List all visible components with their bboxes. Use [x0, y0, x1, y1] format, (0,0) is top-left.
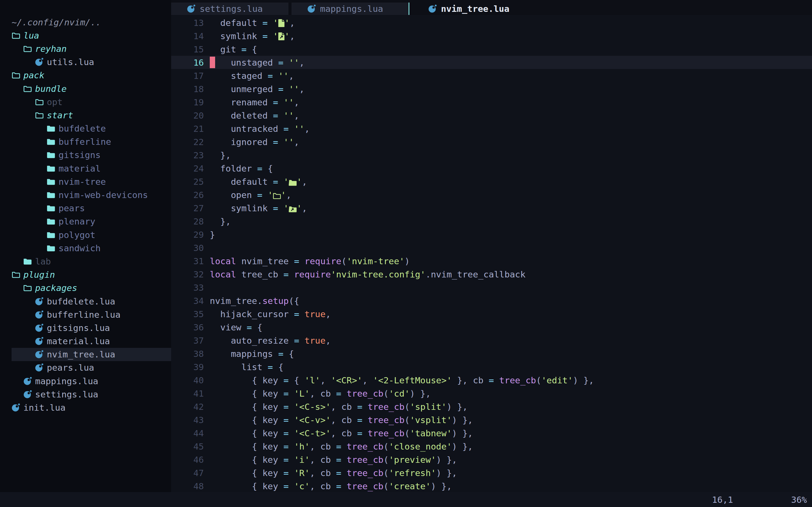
tree-item-material[interactable]: material: [0, 162, 171, 175]
tab-label: mappings.lua: [320, 4, 383, 14]
code-line[interactable]: 15 git = {: [171, 43, 812, 56]
gutter-line-number: 45: [171, 441, 204, 452]
code-line[interactable]: 45 { key = 'h', cb = tree_cb('close_node…: [171, 440, 812, 453]
tree-item-polygot[interactable]: polygot: [0, 228, 171, 241]
tree-item-packages[interactable]: packages: [0, 281, 171, 295]
tree-item-pears.lua[interactable]: pears.lua: [0, 361, 171, 374]
tree-item-label: reyhan: [35, 44, 67, 54]
tree-item-plenary[interactable]: plenary: [0, 215, 171, 228]
code-line[interactable]: 13 default = '',: [171, 16, 812, 29]
tree-root-path[interactable]: ~/.config/nvim/..: [0, 15, 171, 29]
code-line[interactable]: 21 untracked = '',: [171, 122, 812, 135]
code-line[interactable]: 44 { key = '<C-t>', cb = tree_cb('tabnew…: [171, 427, 812, 440]
tree-item-label: material.lua: [47, 336, 110, 346]
code-line[interactable]: 43 { key = '<C-v>', cb = tree_cb('vsplit…: [171, 413, 812, 427]
git-folder-symlink-icon: [289, 203, 297, 213]
folder-open-icon: [11, 72, 20, 78]
tree-item-pack[interactable]: pack: [0, 69, 171, 82]
code-line[interactable]: 25 default = '',: [171, 175, 812, 188]
code-line[interactable]: 24 folder = {: [171, 162, 812, 175]
tree-item-plugin[interactable]: plugin: [0, 268, 171, 281]
tree-item-start[interactable]: start: [0, 108, 171, 122]
tree-item-bufdelete.lua[interactable]: bufdelete.lua: [0, 295, 171, 308]
code-line[interactable]: 18 unmerged = '',: [171, 82, 812, 96]
tab-mappings.lua[interactable]: mappings.lua: [292, 3, 409, 15]
tree-item-lua[interactable]: lua: [0, 29, 171, 42]
tree-item-bufferline.lua[interactable]: bufferline.lua: [0, 308, 171, 321]
tree-item-bundle[interactable]: bundle: [0, 82, 171, 95]
tab-settings.lua[interactable]: settings.lua: [171, 3, 289, 15]
code-line[interactable]: 39 list = {: [171, 360, 812, 374]
code-line[interactable]: 47 { key = 'R', cb = tree_cb('refresh') …: [171, 466, 812, 480]
code-line[interactable]: 29}: [171, 228, 812, 241]
code-line-text: { key = '<C-t>', cb = tree_cb('tabnew') …: [204, 428, 473, 438]
tree-item-nvim-web-devicons[interactable]: nvim-web-devicons: [0, 188, 171, 202]
tree-item-opt[interactable]: opt: [0, 95, 171, 108]
tab-nvim_tree.lua[interactable]: nvim_tree.lua: [409, 3, 567, 15]
code-line[interactable]: 30: [171, 241, 812, 255]
gutter-line-number: 25: [171, 177, 204, 187]
tree-item-mappings.lua[interactable]: mappings.lua: [0, 374, 171, 388]
tree-item-settings.lua[interactable]: settings.lua: [0, 388, 171, 401]
tree-item-label: bufdelete: [59, 123, 106, 133]
code-line[interactable]: 33: [171, 281, 812, 294]
gutter-line-number: 37: [171, 335, 204, 346]
tree-item-sandwich[interactable]: sandwich: [0, 241, 171, 255]
code-line[interactable]: 23 },: [171, 149, 812, 162]
tree-item-material.lua[interactable]: material.lua: [0, 335, 171, 348]
code-line[interactable]: 35 hijack_cursor = true,: [171, 307, 812, 321]
code-line[interactable]: 17 staged = '',: [171, 69, 812, 82]
gutter-line-number: 22: [171, 137, 204, 147]
code-line-text: { key = 'c', cb = tree_cb('create') },: [204, 481, 452, 491]
tree-item-init.lua[interactable]: init.lua: [0, 401, 171, 414]
code-line[interactable]: 27 symlink = '',: [171, 202, 812, 215]
tree-item-label: gitsigns.lua: [47, 323, 110, 333]
gutter-line-number: 23: [171, 150, 204, 160]
code-line[interactable]: 28 },: [171, 215, 812, 228]
code-line[interactable]: 46 { key = 'i', cb = tree_cb('preview') …: [171, 453, 812, 466]
tree-item-utils.lua[interactable]: utils.lua: [0, 55, 171, 69]
code-line[interactable]: 48 { key = 'c', cb = tree_cb('create') }…: [171, 480, 812, 492]
tree-item-bufferline[interactable]: bufferline: [0, 135, 171, 149]
tab-label: settings.lua: [200, 4, 263, 14]
gutter-line-number: 46: [171, 455, 204, 465]
tree-item-gitsigns.lua[interactable]: gitsigns.lua: [0, 321, 171, 334]
code-line[interactable]: 42 { key = '<C-s>', cb = tree_cb('split'…: [171, 400, 812, 413]
code-line[interactable]: 14 symlink = '',: [171, 29, 812, 43]
code-line[interactable]: 37 auto_resize = true,: [171, 334, 812, 347]
code-line[interactable]: 20 deleted = '',: [171, 109, 812, 122]
lua-file-icon: [35, 297, 43, 305]
code-line[interactable]: 32local tree_cb = require'nvim-tree.conf…: [171, 268, 812, 281]
code-line-text: untracked = '',: [204, 124, 310, 134]
code-editor[interactable]: 13 default = '',14 symlink = '',15 git =…: [171, 15, 812, 492]
code-line[interactable]: 38 mappings = {: [171, 347, 812, 360]
tree-item-bufdelete[interactable]: bufdelete: [0, 122, 171, 135]
code-line[interactable]: 34nvim_tree.setup({: [171, 294, 812, 307]
gutter-line-number: 30: [171, 243, 204, 253]
tree-item-lab[interactable]: lab: [0, 255, 171, 268]
code-line-text: { key = 'R', cb = tree_cb('refresh') },: [204, 468, 457, 478]
code-line[interactable]: 26 open = '',: [171, 188, 812, 202]
tree-item-label: nvim_tree.lua: [47, 349, 115, 359]
code-line[interactable]: 31local nvim_tree = require('nvim-tree'): [171, 255, 812, 268]
gutter-line-number: 24: [171, 163, 204, 173]
folder-closed-icon: [47, 178, 55, 185]
tree-item-label: material: [59, 163, 101, 173]
code-line[interactable]: 40 { key = { 'l', '<CR>', '<2-LeftMouse>…: [171, 374, 812, 387]
tree-item-nvim-tree[interactable]: nvim-tree: [0, 175, 171, 188]
code-line[interactable]: 16 unstaged = '',: [171, 56, 812, 69]
status-bar: 16,1 36%: [0, 492, 812, 507]
tree-item-label: bundle: [35, 83, 67, 94]
gutter-line-number: 31: [171, 256, 204, 266]
code-line[interactable]: 41 { key = 'L', cb = tree_cb('cd') },: [171, 387, 812, 400]
code-line[interactable]: 22 ignored = '',: [171, 135, 812, 149]
tree-item-gitsigns[interactable]: gitsigns: [0, 149, 171, 162]
file-tree-sidebar: ~/.config/nvim/.. luareyhanutils.luapack…: [0, 0, 171, 492]
code-line[interactable]: 19 renamed = '',: [171, 96, 812, 109]
tree-item-reyhan[interactable]: reyhan: [0, 42, 171, 55]
tree-item-pears[interactable]: pears: [0, 202, 171, 215]
gutter-line-number: 16: [171, 57, 204, 68]
code-line[interactable]: 36 view = {: [171, 321, 812, 334]
tree-item-nvim_tree.lua[interactable]: nvim_tree.lua: [0, 348, 171, 361]
tab-label: nvim_tree.lua: [441, 4, 509, 14]
